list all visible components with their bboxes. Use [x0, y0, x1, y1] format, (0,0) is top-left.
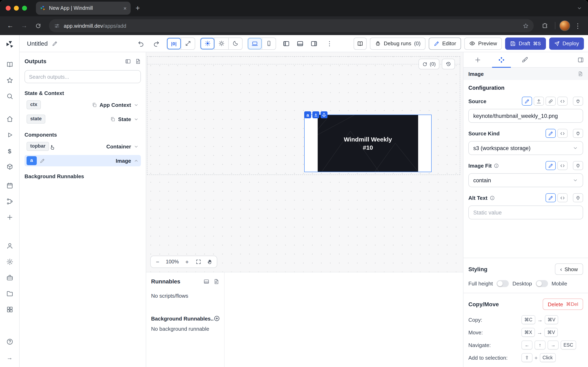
light-theme-button[interactable]: [200, 38, 214, 49]
home-nav-icon[interactable]: [3, 114, 16, 124]
image-fit-eval-button[interactable]: [557, 161, 568, 170]
edit-title-icon[interactable]: [52, 41, 58, 46]
source-static-button[interactable]: [522, 97, 532, 106]
chevron-down-icon[interactable]: [134, 102, 139, 108]
apps-grid-nav-icon[interactable]: [3, 305, 16, 314]
search-outputs-input[interactable]: Search outputs...: [25, 70, 141, 83]
minimize-window-button[interactable]: [14, 6, 19, 11]
docs-nav-icon[interactable]: [3, 59, 16, 69]
variables-nav-icon[interactable]: $: [3, 146, 16, 156]
site-settings-icon[interactable]: [54, 23, 60, 29]
expand-component-icon[interactable]: [312, 111, 319, 118]
app-canvas[interactable]: a Windmill Weekly #10: [146, 52, 463, 272]
chevron-down-icon[interactable]: [134, 144, 139, 149]
alt-text-input[interactable]: Static value: [468, 206, 583, 219]
toggle-bottom-panel-icon[interactable]: [295, 38, 305, 49]
new-tab-button[interactable]: +: [136, 4, 140, 12]
collapse-runnables-icon[interactable]: [203, 278, 209, 284]
undo-button[interactable]: [136, 38, 146, 49]
extensions-icon[interactable]: [539, 20, 551, 32]
chevron-down-icon[interactable]: [134, 117, 139, 122]
favorites-nav-icon[interactable]: [3, 75, 16, 85]
resources-nav-icon[interactable]: [3, 162, 16, 172]
draft-button[interactable]: Draft⌘S: [505, 37, 546, 50]
source-kind-connect-button[interactable]: [573, 129, 583, 138]
toggle-right-panel-icon[interactable]: [309, 38, 319, 49]
browser-menu-icon[interactable]: ⋮: [572, 20, 584, 32]
source-kind-eval-button[interactable]: [557, 129, 568, 138]
alt-text-eval-button[interactable]: [557, 193, 568, 202]
page-url[interactable]: app.windmill.dev/apps/add: [64, 23, 519, 29]
back-button[interactable]: ←: [4, 20, 16, 32]
users-nav-icon[interactable]: [3, 241, 16, 251]
search-nav-icon[interactable]: [3, 91, 16, 101]
refresh-app-button[interactable]: (0): [419, 59, 439, 69]
redo-button[interactable]: [151, 38, 162, 49]
image-fit-static-button[interactable]: [545, 161, 556, 170]
more-options-icon[interactable]: ⋮: [324, 38, 335, 49]
help-icon[interactable]: [3, 337, 16, 347]
fullscreen-window-button[interactable]: [22, 6, 27, 11]
pan-tool-button[interactable]: [205, 257, 215, 267]
delete-component-button[interactable]: Delete⌘Del: [543, 299, 583, 310]
debug-runs-button[interactable]: Debug runs(0): [370, 37, 425, 50]
bounded-width-toggle[interactable]: |0|: [167, 38, 181, 49]
windmill-logo[interactable]: [5, 40, 14, 49]
anchor-component-icon[interactable]: [320, 111, 328, 118]
component-doc-icon[interactable]: [577, 71, 583, 77]
editor-button[interactable]: Editor: [429, 37, 461, 50]
forward-button[interactable]: →: [18, 20, 30, 32]
show-styling-button[interactable]: ‹Show: [555, 263, 583, 275]
outputs-doc-icon[interactable]: [135, 58, 141, 64]
tab-close-icon[interactable]: ×: [123, 5, 127, 11]
desktop-full-height-toggle[interactable]: [497, 280, 509, 287]
output-row-ctx[interactable]: ctx App Context: [25, 99, 141, 110]
deploy-button[interactable]: Deploy: [549, 37, 584, 50]
zoom-in-button[interactable]: +: [182, 257, 192, 267]
source-upload-button[interactable]: [534, 97, 544, 106]
full-width-toggle[interactable]: [181, 38, 195, 49]
rename-component-icon[interactable]: [39, 158, 45, 163]
zoom-out-button[interactable]: −: [152, 257, 163, 267]
toggle-left-panel-icon[interactable]: [281, 38, 292, 49]
settings-nav-icon[interactable]: [3, 257, 16, 267]
flows-nav-icon[interactable]: [3, 197, 16, 206]
collapse-outputs-icon[interactable]: [125, 58, 131, 64]
selected-image-component[interactable]: a Windmill Weekly #10: [304, 115, 432, 172]
close-window-button[interactable]: [6, 6, 11, 11]
reload-button[interactable]: [32, 20, 44, 32]
source-kind-select[interactable]: s3 (workspace storage): [468, 141, 583, 155]
address-bar[interactable]: app.windmill.dev/apps/add: [49, 19, 534, 32]
tab-global-styling[interactable]: [513, 52, 537, 67]
source-link-button[interactable]: [545, 97, 556, 106]
create-nav-icon[interactable]: [3, 212, 16, 222]
fit-view-button[interactable]: [193, 257, 204, 267]
mobile-full-height-toggle[interactable]: [536, 280, 548, 287]
source-connect-button[interactable]: [573, 97, 583, 106]
source-eval-button[interactable]: [557, 97, 568, 106]
bookmark-star-icon[interactable]: [523, 23, 529, 29]
source-input[interactable]: keynote/thumbnail_weekly_10.png: [468, 109, 583, 123]
collapse-settings-panel-icon[interactable]: [577, 52, 586, 67]
alt-text-static-button[interactable]: [545, 193, 556, 202]
image-fit-connect-button[interactable]: [573, 161, 583, 170]
runnables-doc-icon[interactable]: [213, 278, 219, 284]
runs-nav-icon[interactable]: [3, 130, 16, 140]
preview-button[interactable]: Preview: [464, 37, 502, 50]
dark-theme-button[interactable]: [228, 38, 242, 49]
image-fit-select[interactable]: contain: [468, 173, 583, 187]
mobile-view-button[interactable]: [262, 38, 276, 49]
collapse-rail-icon[interactable]: →: [3, 352, 16, 362]
chevron-up-icon[interactable]: [134, 158, 139, 163]
tab-search-chevron-icon[interactable]: [577, 5, 582, 11]
component-label-badge[interactable]: a: [304, 111, 311, 118]
component-id-badge[interactable]: topbar: [26, 142, 49, 151]
alt-text-connect-button[interactable]: [573, 193, 583, 202]
output-row-a[interactable]: a Image: [25, 155, 141, 166]
component-id-badge[interactable]: state: [26, 115, 45, 123]
tab-insert-component[interactable]: [466, 52, 490, 67]
docs-button[interactable]: [354, 37, 367, 50]
folders-nav-icon[interactable]: [3, 289, 16, 299]
component-id-badge[interactable]: a: [26, 156, 36, 165]
browser-tab[interactable]: New App | Windmill ×: [36, 2, 131, 15]
